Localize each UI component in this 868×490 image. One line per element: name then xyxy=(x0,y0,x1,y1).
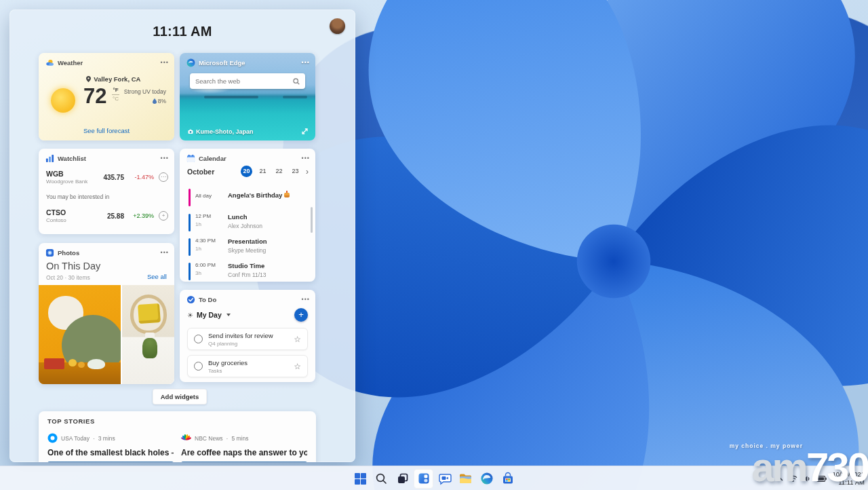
widgets-panel: 11:11 AM Weather ••• Valley Fork, CA 72 … xyxy=(9,10,355,462)
temperature-unit-toggle[interactable]: °F °C xyxy=(112,87,119,102)
edge-search-box[interactable] xyxy=(190,73,305,89)
todo-list-label[interactable]: My Day xyxy=(197,311,222,319)
weather-condition: Strong UV today xyxy=(124,88,166,95)
birthday-cake-icon xyxy=(284,193,290,197)
store-button[interactable] xyxy=(498,469,517,489)
calendar-event[interactable]: 4:30 PM 1h Presentation Skype Meeting xyxy=(189,238,306,256)
news-dot: · xyxy=(93,435,95,442)
calendar-icon xyxy=(186,154,195,163)
start-button[interactable] xyxy=(351,469,370,489)
edge-widget[interactable]: Microsoft Edge ••• Kume-Shoto, Japan xyxy=(180,53,315,140)
more-options-button[interactable]: ••• xyxy=(161,249,169,256)
chat-icon xyxy=(438,472,452,485)
news-story[interactable]: USA Today · 3 mins One of the smallest b… xyxy=(47,433,174,462)
calendar-event[interactable]: 12 PM 1h Lunch Alex Johnson xyxy=(189,213,306,231)
expand-icon[interactable] xyxy=(301,128,309,135)
see-all-link[interactable]: See all xyxy=(147,273,167,280)
more-options-button[interactable]: ••• xyxy=(161,59,169,66)
hidden-icons-chevron[interactable] xyxy=(776,476,783,481)
widget-title: Calendar xyxy=(199,155,298,162)
panel-clock: 11:11 AM xyxy=(9,24,355,39)
event-color-bar xyxy=(189,238,191,256)
chat-button[interactable] xyxy=(435,469,454,489)
photo-shape xyxy=(87,359,105,369)
more-options-button[interactable]: ••• xyxy=(302,155,310,162)
my-day-sun-icon: ☀ xyxy=(187,312,193,319)
more-options-button[interactable]: ••• xyxy=(161,155,169,162)
tray-clock[interactable]: 10/20/2021 11:11 AM xyxy=(832,470,865,487)
news-headline[interactable]: One of the smallest black holes — and xyxy=(47,448,174,457)
windows-desktop: 11:11 AM Weather ••• Valley Fork, CA 72 … xyxy=(0,0,868,490)
network-wifi-icon[interactable] xyxy=(789,475,797,483)
event-title: Lunch xyxy=(228,213,262,221)
volume-icon[interactable] xyxy=(803,475,811,483)
task-row[interactable]: Buy groceries Tasks ☆ xyxy=(187,355,308,377)
stock-options-icon[interactable]: ⋯ xyxy=(159,172,168,182)
news-source: NBC News xyxy=(195,435,223,442)
task-view-button[interactable] xyxy=(393,469,412,489)
watchlist-widget[interactable]: Watchlist ••• WGB Woodgrove Bank 435.75 … xyxy=(39,149,174,234)
event-duration: 1h xyxy=(195,221,223,227)
chevron-right-icon[interactable]: › xyxy=(306,168,309,175)
top-stories-heading: TOP STORIES xyxy=(47,417,95,425)
photo-thumbnail[interactable] xyxy=(39,285,121,384)
news-age: 3 mins xyxy=(98,435,115,442)
search-input[interactable] xyxy=(195,77,289,85)
star-icon[interactable]: ☆ xyxy=(294,335,301,344)
photo-shape xyxy=(44,358,64,369)
calendar-day-strip: 20 21 22 23 › xyxy=(241,166,309,177)
calendar-event[interactable]: All day Angela's Birthday xyxy=(189,188,306,206)
stock-name: Contoso xyxy=(46,217,94,223)
photo-thumbnail[interactable] xyxy=(122,285,174,384)
task-row[interactable]: Send invites for review Q4 planning ☆ xyxy=(187,328,308,350)
scrollbar[interactable] xyxy=(311,207,313,233)
todo-icon xyxy=(186,295,195,304)
calendar-day[interactable]: 23 xyxy=(290,166,301,177)
widgets-button[interactable] xyxy=(414,469,433,489)
more-options-button[interactable]: ••• xyxy=(302,59,310,66)
news-story[interactable]: NBC News · 5 mins Are coffee naps the an… xyxy=(181,433,307,462)
more-options-button[interactable]: ••• xyxy=(302,296,310,303)
event-time: All day xyxy=(195,193,212,199)
watchlist-icon xyxy=(45,154,54,163)
stock-symbol: CTSO xyxy=(46,208,94,216)
event-duration: 3h xyxy=(195,270,223,276)
stock-row[interactable]: CTSO Contoso 25.88 +2.39% + xyxy=(46,208,168,223)
see-full-forecast-link[interactable]: See full forecast xyxy=(39,127,174,134)
calendar-widget[interactable]: Calendar ••• October 20 21 22 23 › All d… xyxy=(180,149,315,282)
weather-icon xyxy=(45,58,54,67)
add-task-button[interactable]: + xyxy=(294,308,308,322)
calendar-day[interactable]: 22 xyxy=(273,166,285,177)
file-explorer-button[interactable] xyxy=(456,469,475,489)
task-checkbox[interactable] xyxy=(194,335,203,343)
event-time: 4:30 PM xyxy=(195,238,223,244)
calendar-day[interactable]: 21 xyxy=(257,166,269,177)
event-duration: 1h xyxy=(195,246,223,252)
photo-shape xyxy=(78,362,85,368)
event-title: Studio Time xyxy=(228,262,267,269)
precipitation: 8% xyxy=(153,98,166,105)
battery-icon[interactable] xyxy=(816,476,827,482)
stock-change: -1.47% xyxy=(124,174,154,181)
stock-row[interactable]: WGB Woodgrove Bank 435.75 -1.47% ⋯ xyxy=(46,170,168,185)
todo-widget[interactable]: To Do ••• ☀ My Day + Send invites for re… xyxy=(180,290,315,382)
event-title: Angela's Birthday xyxy=(228,191,282,199)
news-headline[interactable]: Are coffee naps the answer to your xyxy=(181,448,307,457)
search-button[interactable] xyxy=(372,469,391,489)
location-pin-icon xyxy=(86,76,91,82)
calendar-event[interactable]: 6:00 PM 3h Studio Time Conf Rm 11/13 xyxy=(189,262,306,280)
add-widgets-button[interactable]: Add widgets xyxy=(153,389,207,404)
star-icon[interactable]: ☆ xyxy=(294,362,301,371)
event-color-bar xyxy=(189,214,191,231)
user-avatar[interactable] xyxy=(330,18,345,34)
add-to-watchlist-icon[interactable]: + xyxy=(159,211,168,221)
edge-browser-button[interactable] xyxy=(477,469,496,489)
widget-title: Photos xyxy=(58,249,157,257)
task-subtitle: Q4 planning xyxy=(208,341,288,347)
photos-widget[interactable]: Photos ••• On This Day Oct 20 · 30 items… xyxy=(39,243,174,384)
file-explorer-icon xyxy=(458,472,473,486)
weather-widget[interactable]: Weather ••• Valley Fork, CA 72 °F °C Str… xyxy=(39,53,174,140)
task-checkbox[interactable] xyxy=(194,362,203,371)
calendar-day-selected[interactable]: 20 xyxy=(241,166,252,177)
chevron-down-icon[interactable] xyxy=(226,314,231,316)
